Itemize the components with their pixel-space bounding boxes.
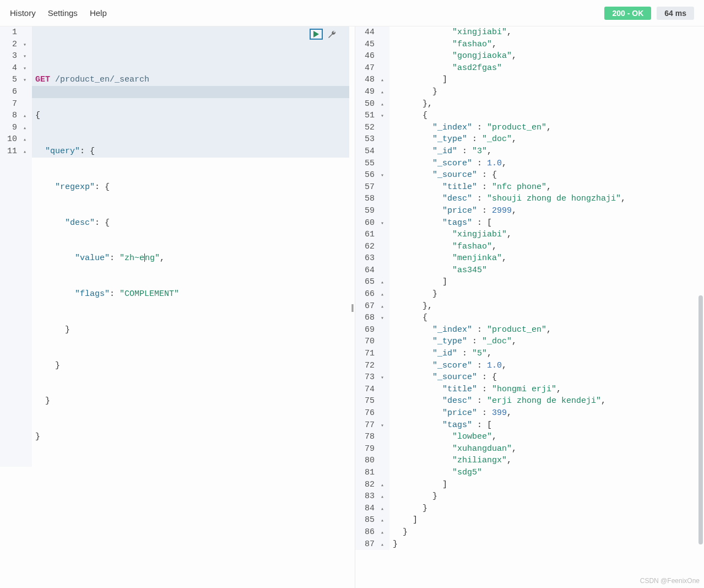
gutter-line: 79 bbox=[355, 443, 384, 455]
gutter-line: 46 bbox=[355, 50, 384, 62]
code-line: "tags" : [ bbox=[393, 217, 626, 229]
gutter-line: 53 bbox=[355, 133, 384, 145]
code-line: "_source" : { bbox=[393, 169, 626, 181]
code-line: "_index" : "product_en", bbox=[393, 324, 626, 336]
gutter-line: 6 bbox=[0, 86, 26, 98]
request-editor[interactable]: 1 2 ▾3 ▾4 ▾5 ▾6 7 8 ▴9 ▴10 ▴11 ▴ GET /pr… bbox=[0, 26, 349, 467]
watermark-text: CSDN @FeenixOne bbox=[640, 577, 700, 585]
code-line: } bbox=[393, 538, 626, 551]
code-line: "desc" : "shouji zhong de hongzhaji", bbox=[393, 193, 626, 205]
gutter-line: 78 bbox=[355, 431, 384, 443]
code-line: "_score" : 1.0, bbox=[393, 158, 626, 170]
gutter-line: 58 bbox=[355, 193, 384, 205]
menu-settings[interactable]: Settings bbox=[48, 8, 78, 18]
gutter-line: 81 bbox=[355, 467, 384, 479]
gutter-line: 66 ▴ bbox=[355, 288, 384, 300]
code-line: "menjinka", bbox=[393, 252, 626, 265]
gutter-line: 86 ▴ bbox=[355, 526, 384, 538]
code-line: "_type" : "_doc", bbox=[393, 133, 626, 145]
top-menu-bar: History Settings Help 200 - OK 64 ms bbox=[0, 0, 704, 26]
gutter-line: 9 ▴ bbox=[0, 122, 26, 134]
gutter-line: 72 bbox=[355, 360, 384, 372]
response-code[interactable]: "xingjiabi", "fashao", "gongjiaoka", "as… bbox=[389, 26, 626, 550]
gutter-line: 1 bbox=[0, 26, 26, 39]
code-line: "xuhangduan", bbox=[393, 443, 626, 455]
gutter-line: 87 ▴ bbox=[355, 538, 384, 551]
gutter-line: 63 bbox=[355, 252, 384, 265]
gutter-line: 59 bbox=[355, 205, 384, 217]
code-line: "_index" : "product_en", bbox=[393, 122, 626, 134]
code-line: } bbox=[393, 503, 626, 515]
gutter-line: 75 bbox=[355, 395, 384, 407]
editor-panes: 1 2 ▾3 ▾4 ▾5 ▾6 7 8 ▴9 ▴10 ▴11 ▴ GET /pr… bbox=[0, 26, 704, 588]
gutter-line: 48 ▴ bbox=[355, 74, 384, 86]
code-line: ] bbox=[393, 276, 626, 288]
code-line: } bbox=[393, 490, 626, 503]
code-line: { bbox=[393, 312, 626, 324]
http-path: /product_en/_search bbox=[55, 75, 149, 84]
request-code[interactable]: GET /product_en/_search { "query": { "re… bbox=[32, 26, 349, 467]
gutter-line: 68 ▾ bbox=[355, 312, 384, 324]
code-line: "zhiliangx", bbox=[393, 455, 626, 467]
gutter-line: 62 bbox=[355, 241, 384, 253]
gutter-line: 64 bbox=[355, 265, 384, 277]
latency-badge: 64 ms bbox=[657, 7, 694, 20]
code-line: "_type" : "_doc", bbox=[393, 336, 626, 348]
gutter-line: 67 ▴ bbox=[355, 300, 384, 312]
code-line: "desc" : "erji zhong de kendeji", bbox=[393, 395, 626, 407]
request-pane[interactable]: 1 2 ▾3 ▾4 ▾5 ▾6 7 8 ▴9 ▴10 ▴11 ▴ GET /pr… bbox=[0, 26, 349, 588]
response-pane[interactable]: 44 45 46 47 48 ▴49 ▴50 ▴51 ▾52 53 54 55 … bbox=[355, 26, 704, 588]
response-gutter: 44 45 46 47 48 ▴49 ▴50 ▴51 ▾52 53 54 55 … bbox=[355, 26, 389, 550]
code-line: "_id" : "5", bbox=[393, 348, 626, 360]
gutter-line: 49 ▴ bbox=[355, 86, 384, 98]
menu-help[interactable]: Help bbox=[90, 8, 107, 18]
gutter-line: 56 ▾ bbox=[355, 169, 384, 181]
code-line: "lowbee", bbox=[393, 431, 626, 443]
gutter-line: 65 ▴ bbox=[355, 276, 384, 288]
pane-splitter[interactable]: || bbox=[349, 26, 355, 588]
code-line: "gongjiaoka", bbox=[393, 50, 626, 62]
code-line: }, bbox=[393, 98, 626, 110]
gutter-line: 4 ▾ bbox=[0, 62, 26, 74]
gutter-line: 82 ▴ bbox=[355, 479, 384, 491]
code-line: } bbox=[393, 288, 626, 300]
gutter-line: 44 bbox=[355, 26, 384, 39]
code-line: "fashao", bbox=[393, 39, 626, 51]
gutter-line: 73 ▾ bbox=[355, 371, 384, 384]
code-line: ] bbox=[393, 74, 626, 86]
gutter-line: 77 ▾ bbox=[355, 419, 384, 431]
gutter-line: 71 bbox=[355, 348, 384, 360]
code-line: "_source" : { bbox=[393, 371, 626, 384]
code-line: ] bbox=[393, 514, 626, 526]
code-line: "xingjiabi", bbox=[393, 229, 626, 241]
menu-history[interactable]: History bbox=[10, 8, 36, 18]
response-editor[interactable]: 44 45 46 47 48 ▴49 ▴50 ▴51 ▾52 53 54 55 … bbox=[355, 26, 704, 550]
gutter-line: 61 bbox=[355, 229, 384, 241]
gutter-line: 7 bbox=[0, 98, 26, 110]
code-line: } bbox=[393, 86, 626, 98]
code-line: "fashao", bbox=[393, 241, 626, 253]
code-line: "title" : "hongmi erji", bbox=[393, 384, 626, 396]
code-line: "_score" : 1.0, bbox=[393, 360, 626, 372]
code-line: "sdg5" bbox=[393, 467, 626, 479]
splitter-handle-icon: || bbox=[351, 303, 353, 312]
gutter-line: 5 ▾ bbox=[0, 74, 26, 86]
gutter-line: 51 ▾ bbox=[355, 110, 384, 122]
code-line: { bbox=[393, 110, 626, 122]
gutter-line: 80 bbox=[355, 455, 384, 467]
value-literal: "zh~eng" bbox=[120, 253, 160, 263]
code-line: "price" : 399, bbox=[393, 407, 626, 419]
gutter-line: 55 bbox=[355, 158, 384, 170]
code-line: "asd2fgas" bbox=[393, 62, 626, 74]
gutter-line: 8 ▴ bbox=[0, 110, 26, 122]
gutter-line: 74 bbox=[355, 384, 384, 396]
code-line: "title" : "nfc phone", bbox=[393, 181, 626, 193]
code-line: "tags" : [ bbox=[393, 419, 626, 431]
gutter-line: 83 ▴ bbox=[355, 490, 384, 503]
text-caret bbox=[144, 253, 145, 262]
gutter-line: 50 ▴ bbox=[355, 98, 384, 110]
code-line: "price" : 2999, bbox=[393, 205, 626, 217]
code-line: ] bbox=[393, 479, 626, 491]
code-line: "xingjiabi", bbox=[393, 26, 626, 39]
scrollbar-thumb[interactable] bbox=[698, 295, 703, 544]
